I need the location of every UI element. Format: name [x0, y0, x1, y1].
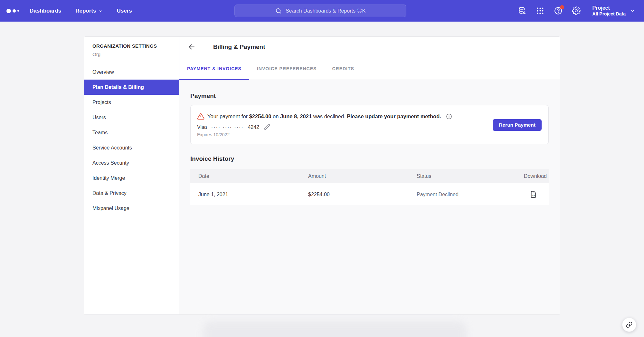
- search-placeholder: Search Dashboards & Reports ⌘K: [286, 8, 365, 14]
- card-expiry: Expires 10/2022: [197, 132, 452, 137]
- payment-info: Your payment for $2254.00 on June 8, 202…: [197, 113, 452, 137]
- logo-dot: [13, 9, 16, 13]
- tab-credits[interactable]: CREDITS: [324, 57, 362, 80]
- warning-text-pre: Your payment for: [207, 113, 249, 119]
- logo-dot: [6, 9, 11, 13]
- nav-item-label: Users: [117, 8, 132, 14]
- column-header-amount: Amount: [308, 173, 417, 179]
- billing-tabs: PAYMENT & INVOICES INVOICE PREFERENCES C…: [179, 57, 560, 80]
- invoice-amount: $2254.00: [308, 192, 417, 197]
- sidebar-item-service-accounts[interactable]: Service Accounts: [84, 140, 179, 155]
- invoice-table-row: June 1, 2021 $2254.00 Payment Declined P…: [190, 183, 549, 206]
- column-header-date: Date: [198, 173, 308, 179]
- svg-text:PDF: PDF: [532, 195, 535, 197]
- warning-date: June 8, 2021: [280, 113, 312, 119]
- link-icon: [626, 322, 632, 328]
- help-icon[interactable]: [554, 6, 563, 15]
- nav-item-label: Reports: [75, 8, 96, 14]
- mixpanel-logo-icon[interactable]: [0, 9, 28, 13]
- payment-section-title: Payment: [190, 92, 549, 100]
- arrow-left-icon: [188, 43, 195, 51]
- sidebar-item-access-security[interactable]: Access Security: [84, 155, 179, 170]
- data-management-icon[interactable]: [518, 6, 526, 15]
- card-brand: Visa: [197, 124, 207, 130]
- chevron-down-icon: [98, 9, 102, 13]
- tab-content: Payment Your payment for $2254.00 on Jun…: [179, 80, 560, 314]
- invoice-status: Payment Declined: [417, 192, 515, 197]
- nav-item-dashboards[interactable]: Dashboards: [30, 8, 61, 14]
- notification-dot: [560, 5, 564, 9]
- nav-links: Dashboards Reports Users: [30, 8, 132, 14]
- invoice-table-header: Date Amount Status Download: [190, 169, 549, 183]
- nav-item-users[interactable]: Users: [117, 8, 132, 14]
- warning-text-post: was declined.: [312, 113, 347, 119]
- top-nav: Dashboards Reports Users Search Dashboar…: [0, 0, 644, 22]
- chevron-down-icon: [630, 8, 635, 13]
- invoice-table: Date Amount Status Download June 1, 2021…: [190, 169, 549, 206]
- sidebar-item-users[interactable]: Users: [84, 110, 179, 125]
- logo-dot: [17, 10, 19, 12]
- sidebar-item-mixpanel-usage[interactable]: Mixpanel Usage: [84, 201, 179, 216]
- nav-item-label: Dashboards: [30, 8, 61, 14]
- project-switcher[interactable]: Project All Project Data: [592, 5, 635, 17]
- column-header-status: Status: [417, 173, 515, 179]
- payment-warning: Your payment for $2254.00 on June 8, 202…: [197, 113, 452, 120]
- warning-text-mid: on: [271, 113, 280, 119]
- card-masked-digits: ···· ···· ····: [211, 124, 244, 130]
- page-title: Billing & Payment: [204, 37, 265, 57]
- tab-invoice-preferences[interactable]: INVOICE PREFERENCES: [249, 57, 324, 80]
- invoice-download-cell: PDF: [515, 191, 547, 198]
- warning-action: Please update your payment method.: [347, 113, 441, 119]
- payment-card: Your payment for $2254.00 on June 8, 202…: [190, 105, 549, 144]
- nav-right: Project All Project Data: [518, 0, 635, 22]
- search-icon: [275, 8, 282, 14]
- payment-method-row: Visa ···· ···· ···· 4242: [197, 124, 452, 130]
- project-text: Project All Project Data: [592, 5, 626, 17]
- card-last4: 4242: [248, 124, 260, 130]
- sidebar-title: ORGANIZATION SETTINGS: [84, 43, 179, 49]
- sidebar-item-teams[interactable]: Teams: [84, 125, 179, 140]
- nav-item-reports[interactable]: Reports: [75, 8, 102, 14]
- org-settings-panel: ORGANIZATION SETTINGS Org Overview Plan …: [84, 36, 560, 315]
- search-input[interactable]: Search Dashboards & Reports ⌘K: [234, 5, 406, 17]
- sidebar-item-identity-merge[interactable]: Identity Merge: [84, 170, 179, 186]
- info-icon[interactable]: [446, 113, 452, 120]
- page-header: Billing & Payment: [179, 37, 560, 57]
- settings-sidebar: ORGANIZATION SETTINGS Org Overview Plan …: [84, 37, 179, 314]
- apps-grid-icon[interactable]: [536, 6, 545, 15]
- warning-amount: $2254.00: [249, 113, 271, 119]
- tab-payment-invoices[interactable]: PAYMENT & INVOICES: [179, 57, 249, 80]
- sidebar-item-plan-details-billing[interactable]: Plan Details & Billing: [84, 80, 179, 95]
- copy-link-fab[interactable]: [622, 318, 636, 332]
- sidebar-item-data-privacy[interactable]: Data & Privacy: [84, 186, 179, 201]
- settings-gear-icon[interactable]: [572, 6, 581, 15]
- sidebar-org-name: Org: [84, 52, 179, 57]
- edit-pencil-icon[interactable]: [263, 124, 270, 130]
- sidebar-item-projects[interactable]: Projects: [84, 95, 179, 110]
- invoice-date: June 1, 2021: [198, 192, 308, 197]
- pdf-download-icon[interactable]: PDF: [530, 191, 537, 198]
- project-label: Project: [592, 5, 626, 11]
- billing-main: Billing & Payment PAYMENT & INVOICES INV…: [179, 37, 560, 314]
- bottom-sheet-shadow: [203, 321, 467, 337]
- back-button[interactable]: [179, 37, 204, 57]
- project-value: All Project Data: [592, 11, 626, 17]
- sidebar-item-overview[interactable]: Overview: [84, 64, 179, 80]
- column-header-download: Download: [515, 173, 547, 179]
- invoice-history-title: Invoice History: [190, 155, 549, 162]
- warning-triangle-icon: [197, 113, 204, 120]
- warning-text: Your payment for $2254.00 on June 8, 202…: [207, 113, 441, 120]
- rerun-payment-button[interactable]: Rerun Payment: [493, 119, 542, 131]
- sidebar-list: Overview Plan Details & Billing Projects…: [84, 64, 179, 216]
